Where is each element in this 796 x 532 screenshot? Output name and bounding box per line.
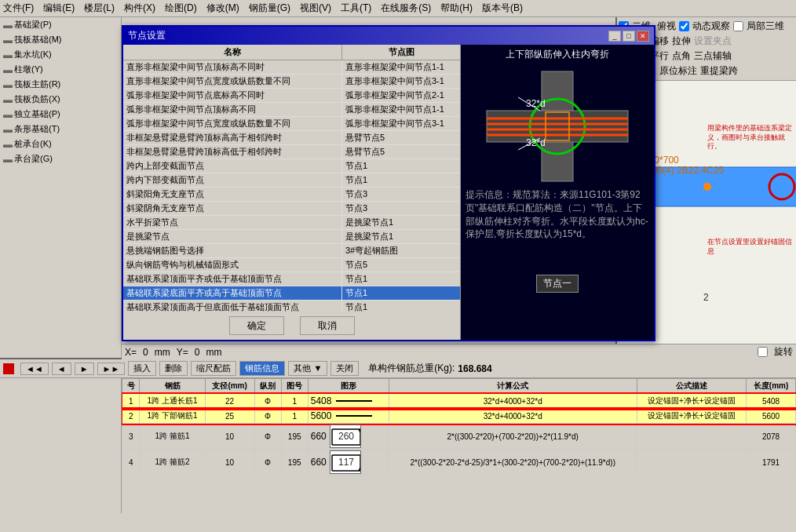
bottom-toolbar: ◄◄ ◄ ► ►► 插入 删除 缩尺配筋 钢筋信息 其他 ▼ 关闭 单构件钢筋总… <box>0 359 796 378</box>
menu-draw[interactable]: 绘图(D) <box>165 2 197 15</box>
rebar-table-row[interactable]: 3 1跨 箍筋1 10 Φ 195 660 260 2*((300-2*20)+… <box>122 424 796 450</box>
node-table-row[interactable]: 弧形非框架梁中间节点底标高不同时弧形非框架梁中间节点2-1 <box>123 89 460 103</box>
menu-modify[interactable]: 修改(M) <box>206 2 239 15</box>
stretch-label[interactable]: 拉伸 <box>672 35 691 48</box>
node-table-row[interactable]: 斜梁阴角无支座节点节点3 <box>123 202 460 216</box>
bottom-left <box>0 378 122 513</box>
menu-element[interactable]: 构件(X) <box>124 2 155 15</box>
sidebar-item-jichuoliang[interactable]: ▬ 基础梁(P) <box>0 17 121 32</box>
row-dia: 22 <box>205 394 254 409</box>
node-table-row[interactable]: 基础联系梁顶面平齐或低于基础顶面节点节点1 <box>123 272 460 286</box>
insert-btn[interactable]: 插入 <box>128 361 156 376</box>
dialog-title-bar[interactable]: 节点设置 _ □ ✕ <box>123 27 654 45</box>
dialog-controls: _ □ ✕ <box>608 31 649 42</box>
node-table-row[interactable]: 基础联系梁底面平齐或高于基础顶面节点节点1 <box>123 286 460 301</box>
row-figno: 1 <box>281 409 308 424</box>
row-type: Φ <box>254 394 281 409</box>
node-table-row[interactable]: 跨内上部变截面节点节点1 <box>123 159 460 173</box>
preview-title: 上下部纵筋伸入柱内弯折 <box>502 45 612 64</box>
shape-cell: 5408 <box>308 394 389 409</box>
view-side-label: 俯视 <box>657 20 676 33</box>
rebar-info-btn[interactable]: 钢筋信息 <box>239 361 285 376</box>
scale-rebar-btn[interactable]: 缩尺配筋 <box>191 361 236 376</box>
dialog-maximize[interactable]: □ <box>623 31 635 42</box>
three-aux-label[interactable]: 三点辅轴 <box>694 49 732 63</box>
bottom-main[interactable]: 号 钢筋 支径(mm) 纵别 图号 图形 计算公式 公式描述 长度(mm) <box>122 378 796 513</box>
nav-first[interactable]: ◄◄ <box>20 363 49 375</box>
other-btn[interactable]: 其他 ▼ <box>288 361 327 376</box>
menu-edit[interactable]: 编辑(E) <box>43 2 75 15</box>
node-table-row[interactable]: 弧形非框架梁中间节点宽度或纵筋数量不同弧形非框架梁中间节点3-1 <box>123 117 460 131</box>
col-node: 节点图 <box>342 45 460 60</box>
node-table-row[interactable]: 水平折梁节点是挑梁节点1 <box>123 216 460 230</box>
menu-help[interactable]: 帮助(H) <box>440 2 473 15</box>
sidebar-item-fabanjicchu[interactable]: ▬ 筏板基础(M) <box>0 32 121 47</box>
sidebar-item-zhudun[interactable]: ▬ 柱墩(Y) <box>0 62 121 77</box>
node-table-row[interactable]: 非框架悬臂梁悬臂跨顶标高高于相邻跨时悬臂节点5 <box>123 131 460 145</box>
delete-btn[interactable]: 删除 <box>159 361 188 376</box>
rotate-label: 旋转 <box>774 345 793 359</box>
sidebar-item-fabanzhufjin[interactable]: ▬ 筏板负筋(X) <box>0 92 121 107</box>
row-num: 1 <box>122 394 140 409</box>
y-value: 0 <box>195 347 200 358</box>
view-local3d-checkbox[interactable] <box>733 21 743 31</box>
close-btn[interactable]: 关闭 <box>330 361 359 376</box>
nav-last[interactable]: ►► <box>97 363 126 375</box>
sidebar-item-dulijijichu[interactable]: ▬ 独立基础(P) <box>0 107 121 122</box>
pit-icon: ▬ <box>3 49 13 60</box>
rebar-table-row[interactable]: 4 1跨 箍筋2 10 Φ 195 660 117 2*((300-2*20-2… <box>122 450 796 476</box>
view-dynamic-checkbox[interactable] <box>679 21 689 31</box>
dialog-minimize[interactable]: _ <box>608 31 621 42</box>
node-table-row[interactable]: 斜梁阳角无支座节点节点3 <box>123 188 460 202</box>
node-settings-dialog: 节点设置 _ □ ✕ 名称 节点图 直形非框架梁中间节点顶标高不同时直形非框架梁… <box>122 25 655 341</box>
confirm-button[interactable]: 确定 <box>229 316 284 335</box>
row-type: Φ <box>254 450 281 476</box>
table-body[interactable]: 直形非框架梁中间节点顶标高不同时直形非框架梁中间节点1-1直形非框架梁中间节点宽… <box>123 60 460 312</box>
rebar-table-row[interactable]: 2 1跨 下部钢筋1 25 Φ 1 5600 32*d+4000+32*d 设定… <box>122 409 796 424</box>
redo-beam-label[interactable]: 重提梁跨 <box>700 64 738 78</box>
rebar-icon: ▬ <box>3 79 13 90</box>
sidebar-item-fabanzhuljin[interactable]: ▬ 筏板主筋(R) <box>0 77 121 92</box>
node-table-row[interactable]: 非框架悬臂梁悬臂跨顶标高低于相邻跨时悬臂节点5 <box>123 145 460 159</box>
node-table-row[interactable]: 直形非框架梁中间节点顶标高不同时直形非框架梁中间节点1-1 <box>123 60 460 75</box>
menu-floor[interactable]: 楼层(L) <box>84 2 115 15</box>
menu-file[interactable]: 文件(F) <box>3 2 34 15</box>
beam-icon: ▬ <box>3 20 13 31</box>
set-point-label[interactable]: 设置夹点 <box>694 35 732 48</box>
node-table-row[interactable]: 弧形非框架梁中间节点顶标高不同弧形非框架梁中间节点1-1 <box>123 103 460 117</box>
rebar-table: 号 钢筋 支径(mm) 纵别 图号 图形 计算公式 公式描述 长度(mm) <box>122 378 796 476</box>
sidebar-item-tiaoijjichu[interactable]: ▬ 条形基础(T) <box>0 122 121 137</box>
node-diagram: 32*d 32*d <box>479 67 636 185</box>
menu-version[interactable]: 版本号(B) <box>482 2 523 15</box>
nav-next[interactable]: ► <box>75 363 94 375</box>
strip-icon: ▬ <box>3 124 13 135</box>
panel-close-btn[interactable] <box>3 363 14 374</box>
node-table-row[interactable]: 纵向钢筋弯钩与机械锚固形式节点5 <box>123 258 460 272</box>
row-dia: 10 <box>205 424 254 450</box>
corner-label[interactable]: 点角 <box>672 49 691 63</box>
sidebar-item-jishukeng[interactable]: ▬ 集水坑(K) <box>0 47 121 62</box>
node-table-row[interactable]: 基础联系梁顶面高于但底面低于基础顶面节点节点1 <box>123 301 460 312</box>
row-length: 5408 <box>747 394 796 409</box>
beam2-icon: ▬ <box>3 154 13 165</box>
row-num: 3 <box>122 424 140 450</box>
node-table-row[interactable]: 跨内下部变截面节点节点1 <box>123 173 460 188</box>
menu-view[interactable]: 视图(V) <box>300 2 331 15</box>
original-mark-label[interactable]: 原位标注 <box>659 64 697 78</box>
rebar-table-row[interactable]: 1 1跨 上通长筋1 22 Φ 1 5408 32*d+4000+32*d 设定… <box>122 394 796 409</box>
sidebar-item-zhuochengtai[interactable]: ▬ 桩承台(K) <box>0 137 121 151</box>
row-rebar: 1跨 上通长筋1 <box>140 394 205 409</box>
menu-rebar-qty[interactable]: 钢筋量(G) <box>249 2 290 15</box>
node-table-row[interactable]: 直形非框架梁中间节点宽度或纵筋数量不同直形非框架梁中间节点3-1 <box>123 75 460 89</box>
node-table-row[interactable]: 悬挑端钢筋图号选择3#弯起钢筋图 <box>123 244 460 258</box>
rotate-checkbox[interactable] <box>758 347 768 357</box>
menu-online[interactable]: 在线服务(S) <box>381 2 431 15</box>
nav-prev[interactable]: ◄ <box>52 363 71 375</box>
menu-tools[interactable]: 工具(T) <box>341 2 371 15</box>
cancel-button[interactable]: 取消 <box>300 316 355 335</box>
row-desc: 设定锚固+净长+设定锚固 <box>637 394 747 409</box>
dialog-body: 名称 节点图 直形非框架梁中间节点顶标高不同时直形非框架梁中间节点1-1直形非框… <box>123 45 654 340</box>
node-table-row[interactable]: 是挑梁节点是挑梁节点1 <box>123 230 460 244</box>
dialog-close[interactable]: ✕ <box>637 31 649 42</box>
sidebar-item-chengtailiang[interactable]: ▬ 承台梁(G) <box>0 151 121 166</box>
